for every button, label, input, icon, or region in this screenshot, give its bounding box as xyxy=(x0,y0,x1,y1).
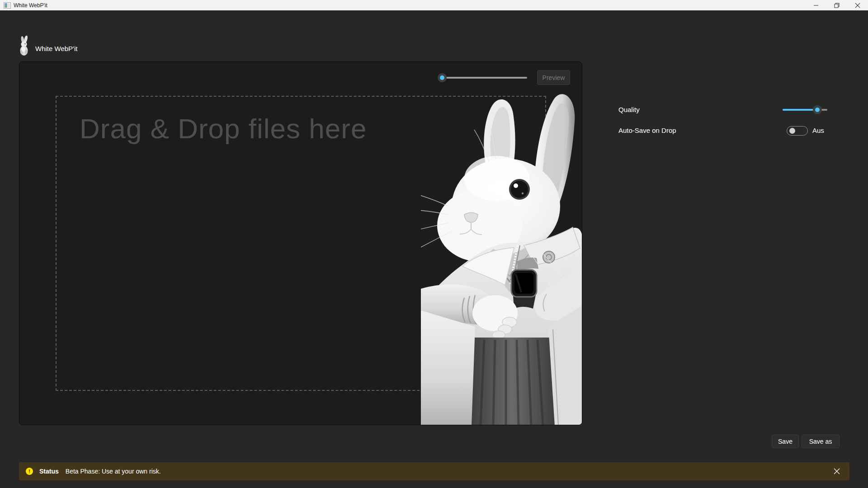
rabbit-logo-icon xyxy=(17,36,32,56)
infobar-close-icon xyxy=(834,468,840,474)
restore-icon xyxy=(834,3,840,8)
quality-label: Quality xyxy=(618,106,640,113)
quality-slider[interactable] xyxy=(783,109,827,111)
window-title: White WebP'it xyxy=(14,2,47,9)
main-panel: Drag & Drop files here Preview xyxy=(19,61,582,425)
restore-button[interactable] xyxy=(826,0,847,10)
title-bar: White WebP'it xyxy=(0,0,868,10)
drop-zone-label: Drag & Drop files here xyxy=(80,113,367,145)
status-infobar: ! Status Beta Phase: Use at your own ris… xyxy=(19,462,849,480)
autosave-label: Auto-Save on Drop xyxy=(618,127,676,134)
preview-button[interactable]: Preview xyxy=(537,70,570,85)
app-surface: White WebP'it Drag & Drop files here Pre… xyxy=(0,10,868,488)
window-controls xyxy=(806,0,868,10)
preview-zoom-slider[interactable] xyxy=(441,77,527,79)
preview-zoom-slider-thumb[interactable] xyxy=(438,73,447,82)
app-title: White WebP'it xyxy=(35,45,77,52)
quality-slider-fill xyxy=(783,109,817,111)
status-message: Beta Phase: Use at your own risk. xyxy=(66,468,161,475)
close-icon xyxy=(855,3,860,8)
quality-slider-thumb[interactable] xyxy=(813,105,822,114)
warning-icon: ! xyxy=(26,468,33,475)
autosave-toggle[interactable] xyxy=(787,126,808,136)
status-title: Status xyxy=(39,468,59,475)
rabbit-preview-image xyxy=(421,94,582,425)
save-button[interactable]: Save xyxy=(772,435,799,448)
autosave-toggle-knob xyxy=(789,128,795,134)
app-window-icon xyxy=(4,2,11,9)
infobar-close-button[interactable] xyxy=(831,466,842,477)
save-as-button[interactable]: Save as xyxy=(802,435,840,448)
minimize-icon xyxy=(813,3,819,8)
close-window-button[interactable] xyxy=(847,0,868,10)
autosave-state-label: Aus xyxy=(812,127,824,134)
minimize-button[interactable] xyxy=(806,0,826,10)
